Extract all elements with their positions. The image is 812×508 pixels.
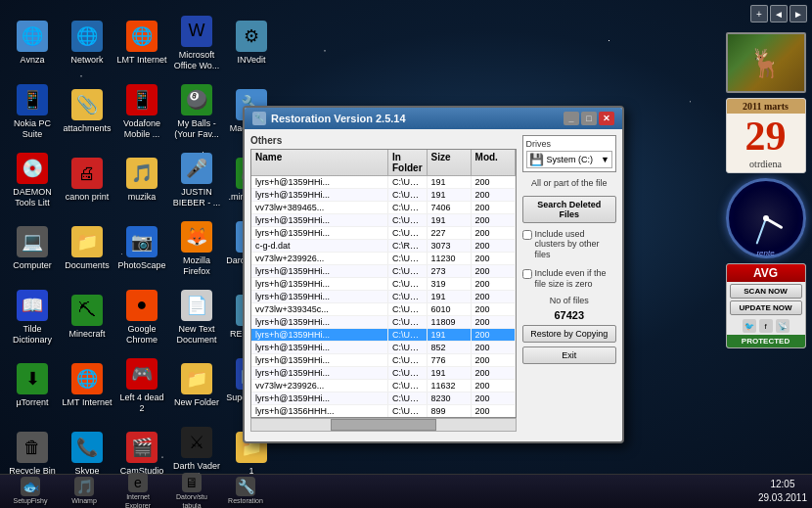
icon-img-photoscaape: 📷	[126, 226, 158, 257]
file-folder: C:\Users\Avnza\AppData\Roaming\mi...	[388, 265, 428, 277]
file-row[interactable]: lyrs+h@1359HHi...C:\Users\Avnza\AppData\…	[251, 291, 516, 303]
file-row[interactable]: vv73lw+239926...C:\Users\Avnza\AppData\R…	[251, 380, 516, 393]
desktop-icon-microsoft-office[interactable]: WMicrosoft Office Wo...	[169, 10, 224, 76]
file-size: 899	[428, 405, 472, 417]
desktop-icon-google-chrome[interactable]: ●Google Chrome	[114, 284, 169, 350]
desktop-icon-network[interactable]: 🌐Network	[60, 10, 114, 76]
desktop-icon-computer[interactable]: 💻Computer	[5, 215, 60, 282]
file-list-body[interactable]: lyrs+h@1359HHi...C:\Users\Avnza\AppData\…	[251, 176, 516, 418]
file-list[interactable]: Name In Folder Size Mod. lyrs+h@1359HHi.…	[250, 149, 517, 418]
file-mod: 200	[472, 405, 516, 417]
search-deleted-files-button[interactable]: Search Deleted Files	[522, 196, 616, 223]
desktop-icon-lmt-internet2[interactable]: 🌐LMT Internet	[60, 352, 114, 419]
icon-img-attachments: 📎	[71, 89, 103, 120]
file-row[interactable]: lyrs+h@1359HHi...C:\Users\Avnza\AppData\…	[251, 329, 516, 342]
file-folder: C:\Users\Avnza\AppData\Roaming\mi...	[388, 342, 428, 353]
desktop-icon-new-text-doc[interactable]: 📄New Text Document	[169, 284, 224, 350]
restore-by-copying-button[interactable]: Restore by Copying	[522, 325, 616, 343]
taskbar-item-restoration[interactable]: 🔧Restoration	[220, 478, 271, 505]
maximize-button[interactable]: □	[581, 112, 597, 125]
file-name: lyrs+h@1359HHi...	[251, 176, 388, 188]
minimize-button[interactable]: _	[564, 112, 579, 125]
desktop-icon-minecraft[interactable]: ⛏Minecraft	[60, 284, 114, 350]
icon-label-utorrent: µTorrent	[16, 397, 48, 408]
desktop-icon-canon-print[interactable]: 🖨canon print	[60, 147, 114, 213]
exit-button[interactable]: Exit	[522, 346, 616, 364]
file-row[interactable]: c-g-d.datC:\Recycle.Bin\S-1-5-21-5098626…	[251, 240, 516, 253]
desktop-icon-left4dead2[interactable]: 🎮Left 4 dead 2	[114, 352, 169, 419]
dialog-left-panel: Others Name In Folder Size Mod. lyrs+h@1…	[250, 135, 517, 436]
file-mod: 200	[472, 176, 516, 188]
icon-label-my-balls: My Balls - (Your Fav...	[171, 118, 222, 140]
desktop-icon-justin-bieber[interactable]: 🎤JUSTIN BIEBER - ...	[169, 147, 224, 213]
calendar-month: 2011 marts	[727, 99, 805, 114]
file-size: 7406	[428, 202, 472, 213]
file-size: 273	[428, 265, 472, 277]
desktop-icon-vodafone[interactable]: 📱Vodafone Mobile ...	[114, 78, 169, 145]
icon-img-left4dead2: 🎮	[126, 358, 158, 390]
desktop-icon-tilde-dict[interactable]: 📖Tilde Dictionary	[5, 284, 60, 350]
file-row[interactable]: lyrs+h@1359HHi...C:\Users\Avnza\AppData\…	[251, 278, 516, 291]
icon-img-justin-bieber: 🎤	[181, 153, 212, 184]
icon-img-skype: 📞	[71, 432, 103, 463]
desktop-icon-my-balls[interactable]: 🎱My Balls - (Your Fav...	[169, 78, 224, 145]
file-size: 776	[428, 354, 472, 366]
avg-twitter-icon: 🐦	[743, 319, 756, 333]
icon-label-daemon-tools: DAEMON Tools Litt	[7, 187, 58, 208]
include-used-checkbox[interactable]	[522, 230, 532, 240]
taskbar-item-internet-explorer[interactable]: eInternet Explorer	[113, 478, 163, 505]
drive-dropdown-icon[interactable]: ▼	[601, 155, 609, 164]
file-folder: C:\Users\Avnza\AppData\Roaming\mi...	[388, 380, 428, 392]
file-row[interactable]: lyrs+h@1359HHi...C:\Users\Avnza\AppData\…	[251, 214, 516, 227]
desktop-icon-muzika[interactable]: 🎵muzika	[114, 147, 169, 213]
file-row[interactable]: lyrs+h@1359HHi...C:\Users\Avnza\AppData\…	[251, 176, 516, 189]
taskbar-item-winamp[interactable]: 🎵Winamp	[59, 478, 110, 505]
icon-img-vodafone: 📱	[126, 84, 158, 115]
clock-widget: rente	[726, 178, 806, 258]
desktop-icon-utorrent[interactable]: ⬇µTorrent	[5, 352, 60, 419]
desktop-icon-new-folder[interactable]: 📁New Folder	[169, 352, 224, 419]
icon-img-daemon-tools: 💿	[17, 153, 48, 184]
file-size: 191	[428, 189, 472, 201]
desktop-icon-invedit[interactable]: ⚙INVedit	[224, 10, 279, 76]
avg-scan-now-button[interactable]: SCAN NOW	[730, 284, 802, 299]
taskbar-icon-img-restoration: 🔧	[236, 477, 255, 496]
scrollbar-thumb[interactable]	[331, 419, 436, 431]
taskbar-item-datorv[interactable]: 🖥Datorv/stu tabula	[166, 478, 217, 505]
file-name: lyrs+h@1359HHi...	[251, 278, 388, 290]
file-row[interactable]: lyrs+h@1359HHi...C:\Users\Avnza\AppData\…	[251, 367, 516, 380]
avg-update-now-button[interactable]: UPDATE NOW	[730, 300, 802, 315]
file-row[interactable]: lyrs+h@1359HHi...C:\Users\Avnza\AppData\…	[251, 354, 516, 367]
file-name: lyrs+h@1359HHi...	[251, 342, 388, 353]
taskbar-item-setupfishy[interactable]: 🐟SetupFishy	[5, 478, 56, 505]
desktop-icon-documents[interactable]: 📁Documents	[60, 215, 114, 282]
desktop-icon-avnza[interactable]: 🌐Avnza	[5, 10, 60, 76]
file-row[interactable]: vv73lw+239926...C:\Users\Avnza\AppData\R…	[251, 253, 516, 265]
icon-img-nokia-suite: 📱	[17, 84, 48, 115]
file-row[interactable]: lyrs+h@1359HHi...C:\Users\Avnza\AppData\…	[251, 342, 516, 354]
file-row[interactable]: lyrs+h@1356HHH...C:\Users\Avnza\AppData\…	[251, 405, 516, 418]
icon-label-justin-bieber: JUSTIN BIEBER - ...	[171, 187, 222, 208]
drive-select[interactable]: 💾 System (C:) ▼	[526, 151, 612, 168]
include-even-checkbox[interactable]	[522, 269, 532, 279]
file-row[interactable]: vv73lw+339345c...C:\Users\Avnza\AppData\…	[251, 303, 516, 316]
file-row[interactable]: lyrs+h@1359HHi...C:\Users\Avnza\AppData\…	[251, 189, 516, 202]
horizontal-scrollbar[interactable]	[250, 418, 517, 432]
desktop-icon-nokia-suite[interactable]: 📱Nokia PC Suite	[5, 78, 60, 145]
file-row[interactable]: lyrs+h@1359HHi...C:\Users\Avnza\AppData\…	[251, 316, 516, 329]
file-row[interactable]: lyrs+h@1359HHi...C:\Users\Avnza\AppData\…	[251, 393, 516, 405]
desktop-icon-attachments[interactable]: 📎attachments	[60, 78, 114, 145]
file-row[interactable]: lyrs+h@1359HHi...C:\Users\Avnza\AppData\…	[251, 227, 516, 240]
icon-label-canon-print: canon print	[66, 192, 110, 203]
desktop-icon-photoscaape[interactable]: 📷PhotoScape	[114, 215, 169, 282]
desktop-icon-lmt-internet[interactable]: 🌐LMT Internet	[114, 10, 169, 76]
file-size: 191	[428, 329, 472, 341]
file-row[interactable]: vv73lw+389465...C:\Users\Avnza\AppData\R…	[251, 202, 516, 214]
desktop-icon-daemon-tools[interactable]: 💿DAEMON Tools Litt	[5, 147, 60, 213]
file-row[interactable]: lyrs+h@1359HHi...C:\Users\Avnza\AppData\…	[251, 265, 516, 278]
close-button[interactable]: ✕	[599, 112, 614, 125]
file-folder: C:\Users\Avnza\AppData\Roaming\mi...	[388, 278, 428, 290]
desktop-icon-mozilla-firefox[interactable]: 🦊Mozilla Firefox	[169, 215, 224, 282]
icon-label-lmt-internet: LMT Internet	[117, 55, 167, 66]
file-mod: 200	[472, 316, 516, 328]
